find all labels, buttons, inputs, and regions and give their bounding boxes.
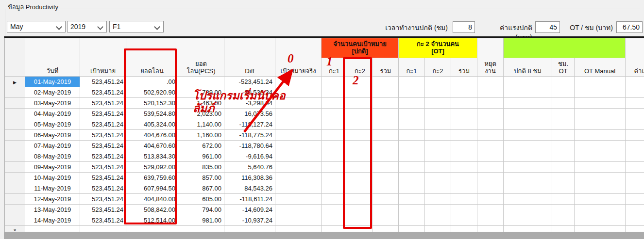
cell-empty[interactable] xyxy=(575,173,626,183)
cell-empty[interactable] xyxy=(25,226,80,232)
column-header-total-normal[interactable]: รวม xyxy=(373,58,399,77)
cell-empty[interactable] xyxy=(575,141,626,151)
cell-target[interactable]: 523,451.24 xyxy=(80,151,126,162)
cell-target[interactable]: 523,451.24 xyxy=(80,141,126,151)
cell-empty[interactable] xyxy=(347,183,373,194)
cell-pcs[interactable]: 1,160.00 xyxy=(178,130,224,141)
cell-empty[interactable] xyxy=(425,87,451,98)
cell-date[interactable]: 01-May-2019 xyxy=(25,77,80,87)
cell-empty[interactable] xyxy=(626,119,644,130)
row-header[interactable]: ▶ xyxy=(5,77,25,87)
row-header[interactable] xyxy=(5,141,25,151)
cell-transfer[interactable]: 502,920.90 xyxy=(126,87,178,98)
cell-transfer[interactable]: 539,524.80 xyxy=(126,109,178,119)
cell-empty[interactable] xyxy=(322,226,347,232)
cell-empty[interactable] xyxy=(322,98,347,109)
cell-empty[interactable] xyxy=(373,226,399,232)
cell-empty[interactable] xyxy=(322,141,347,151)
cell-date[interactable]: 07-May-2019 xyxy=(25,141,80,151)
cell-empty[interactable] xyxy=(347,77,373,87)
cell-pcs[interactable]: 794.00 xyxy=(178,205,224,215)
cell-date[interactable]: 11-May-2019 xyxy=(25,183,80,194)
cell-empty[interactable] xyxy=(322,183,347,194)
cell-empty[interactable] xyxy=(477,87,504,98)
cell-empty[interactable] xyxy=(178,226,224,232)
cell-empty[interactable] xyxy=(451,87,477,98)
cell-empty[interactable] xyxy=(575,205,626,215)
cell-empty[interactable] xyxy=(275,183,322,194)
column-header-shift2-ot[interactable]: กะ2 xyxy=(425,58,451,77)
cell-empty[interactable] xyxy=(552,141,575,151)
cell-empty[interactable] xyxy=(552,226,575,232)
cell-empty[interactable] xyxy=(275,162,322,173)
cell-target[interactable]: 523,451.24 xyxy=(80,215,126,226)
cell-empty[interactable] xyxy=(504,183,552,194)
cell-empty[interactable] xyxy=(275,141,322,151)
cell-empty[interactable] xyxy=(322,162,347,173)
column-header-absent[interactable]: หยุด งาน xyxy=(477,38,504,77)
cell-empty[interactable] xyxy=(552,162,575,173)
cell-empty[interactable] xyxy=(347,141,373,151)
cell-target[interactable]: 523,451.24 xyxy=(80,130,126,141)
cell-pcs[interactable]: 2,023.00 xyxy=(178,109,224,119)
cell-empty[interactable] xyxy=(552,183,575,194)
cell-empty[interactable] xyxy=(399,130,425,141)
cell-pcs[interactable]: 857.00 xyxy=(178,173,224,183)
column-header-wage[interactable]: ค่าแ xyxy=(626,38,644,77)
cell-target[interactable]: 523,451.24 xyxy=(80,87,126,98)
cell-empty[interactable] xyxy=(425,205,451,215)
cell-empty[interactable] xyxy=(477,119,504,130)
cell-empty[interactable] xyxy=(477,98,504,109)
cell-pcs[interactable]: 961.00 xyxy=(178,151,224,162)
cell-empty[interactable] xyxy=(373,77,399,87)
cell-empty[interactable] xyxy=(451,226,477,232)
cell-pcs[interactable]: 605.00 xyxy=(178,194,224,205)
cell-empty[interactable] xyxy=(275,109,322,119)
cell-empty[interactable] xyxy=(275,98,322,109)
cell-target[interactable]: 523,451.24 xyxy=(80,109,126,119)
cell-diff[interactable]: -118,127.24 xyxy=(224,119,275,130)
cell-empty[interactable] xyxy=(224,226,275,232)
cell-empty[interactable] xyxy=(399,226,425,232)
cell-empty[interactable] xyxy=(373,109,399,119)
cell-target[interactable]: 523,451.24 xyxy=(80,183,126,194)
cell-empty[interactable] xyxy=(275,215,322,226)
cell-empty[interactable] xyxy=(552,205,575,215)
cell-target[interactable]: 523,451.24 xyxy=(80,119,126,130)
cell-empty[interactable] xyxy=(347,173,373,183)
cell-empty[interactable] xyxy=(399,194,425,205)
row-header[interactable] xyxy=(5,194,25,205)
row-header[interactable] xyxy=(5,151,25,162)
column-header-total-ot[interactable]: รวม xyxy=(451,58,477,77)
cell-empty[interactable] xyxy=(373,194,399,205)
cell-empty[interactable] xyxy=(575,130,626,141)
cell-empty[interactable] xyxy=(399,77,425,87)
cell-empty[interactable] xyxy=(477,194,504,205)
cell-empty[interactable] xyxy=(347,87,373,98)
cell-empty[interactable] xyxy=(626,194,644,205)
cell-empty[interactable] xyxy=(373,130,399,141)
cell-empty[interactable] xyxy=(552,109,575,119)
cell-empty[interactable] xyxy=(275,119,322,130)
cell-empty[interactable] xyxy=(504,173,552,183)
cell-pcs[interactable]: 672.00 xyxy=(178,141,224,151)
cell-empty[interactable] xyxy=(575,183,626,194)
row-header[interactable] xyxy=(5,109,25,119)
cell-transfer[interactable]: .00 xyxy=(126,77,178,87)
cell-empty[interactable] xyxy=(504,119,552,130)
cell-empty[interactable] xyxy=(626,151,644,162)
horizontal-scrollbar[interactable] xyxy=(4,232,644,239)
cell-empty[interactable] xyxy=(322,87,347,98)
year-dropdown[interactable]: 2019 xyxy=(67,21,107,32)
cell-transfer[interactable]: 520,152.30 xyxy=(126,98,178,109)
cell-empty[interactable] xyxy=(347,215,373,226)
cell-pcs[interactable]: 1,140.00 xyxy=(178,119,224,130)
line-dropdown[interactable]: F1 xyxy=(109,21,164,32)
column-header-shift2-normal[interactable]: กะ2 xyxy=(347,58,373,77)
cell-target[interactable]: 523,451.24 xyxy=(80,98,126,109)
cell-empty[interactable] xyxy=(552,98,575,109)
column-header-date[interactable]: วันที่ xyxy=(25,38,80,77)
cell-empty[interactable] xyxy=(477,226,504,232)
cell-empty[interactable] xyxy=(425,173,451,183)
cell-empty[interactable] xyxy=(451,77,477,87)
